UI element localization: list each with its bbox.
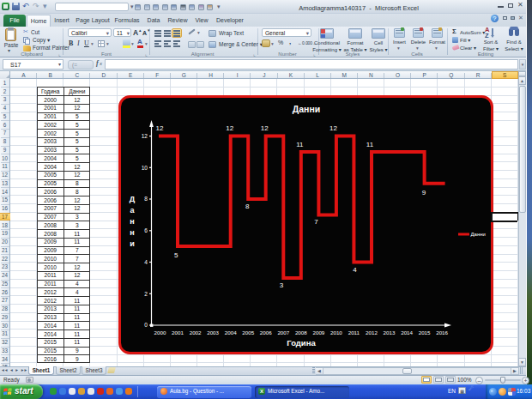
svg-text:2008: 2008 <box>295 329 307 336</box>
svg-text:2013: 2013 <box>384 329 396 336</box>
svg-text:н: н <box>130 217 134 226</box>
svg-text:12: 12 <box>329 124 337 132</box>
svg-text:4: 4 <box>353 266 357 274</box>
svg-text:2002: 2002 <box>190 329 202 336</box>
svg-text:2000: 2000 <box>154 329 166 336</box>
svg-text:и: и <box>130 239 135 248</box>
svg-text:Данни: Данни <box>293 104 320 114</box>
svg-text:2007: 2007 <box>277 329 289 336</box>
svg-text:Година: Година <box>287 338 316 348</box>
svg-text:Данни: Данни <box>471 232 486 237</box>
svg-text:2016: 2016 <box>436 329 448 336</box>
svg-text:2004: 2004 <box>225 329 237 336</box>
svg-text:11: 11 <box>366 141 374 148</box>
svg-text:2015: 2015 <box>419 329 431 336</box>
svg-text:2: 2 <box>144 291 148 297</box>
svg-text:Д: Д <box>130 195 136 203</box>
svg-text:8: 8 <box>144 196 148 202</box>
svg-text:2003: 2003 <box>207 329 219 336</box>
svg-text:2011: 2011 <box>348 329 360 336</box>
svg-text:2005: 2005 <box>242 329 254 336</box>
svg-text:8: 8 <box>245 203 250 210</box>
svg-text:12: 12 <box>226 124 233 132</box>
svg-text:2009: 2009 <box>313 329 325 336</box>
svg-text:2014: 2014 <box>401 329 413 336</box>
svg-text:7: 7 <box>314 218 318 226</box>
svg-text:12: 12 <box>142 133 148 139</box>
svg-text:2012: 2012 <box>366 329 378 336</box>
svg-text:2006: 2006 <box>260 329 272 336</box>
svg-text:12: 12 <box>261 124 269 132</box>
svg-text:4: 4 <box>144 259 148 265</box>
svg-text:10: 10 <box>142 165 148 171</box>
svg-text:12: 12 <box>156 124 164 132</box>
svg-text:9: 9 <box>422 189 426 196</box>
svg-text:2010: 2010 <box>330 329 342 336</box>
svg-text:0: 0 <box>144 322 148 328</box>
svg-text:5: 5 <box>174 251 178 259</box>
svg-text:11: 11 <box>296 141 304 148</box>
svg-text:6: 6 <box>144 227 148 233</box>
svg-text:2001: 2001 <box>172 329 184 336</box>
svg-text:3: 3 <box>280 281 284 289</box>
svg-text:н: н <box>130 228 134 237</box>
